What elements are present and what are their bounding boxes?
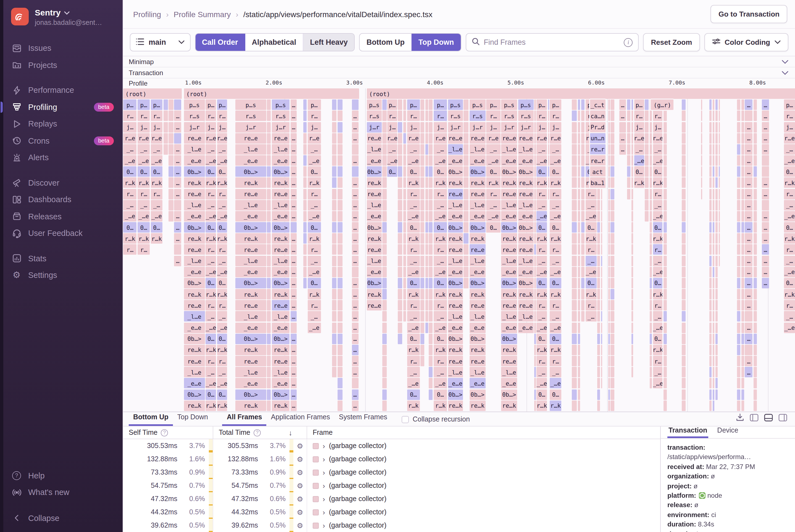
minimap-section-header[interactable]: Minimap bbox=[123, 56, 795, 68]
flame-cell[interactable] bbox=[572, 166, 577, 177]
flame-cell[interactable] bbox=[645, 144, 649, 155]
flame-cell[interactable]: 0… bbox=[537, 222, 547, 232]
flame-cell[interactable]: _…e bbox=[585, 267, 597, 277]
flame-cell[interactable] bbox=[709, 267, 712, 277]
flame-cell[interactable]: re…e bbox=[518, 133, 533, 144]
flame-cell[interactable]: 0b…> bbox=[272, 166, 289, 177]
flame-cell[interactable]: 0… bbox=[206, 389, 216, 400]
flame-cell[interactable]: _…e bbox=[407, 267, 420, 277]
flame-cell[interactable] bbox=[663, 111, 667, 121]
flame-cell[interactable] bbox=[164, 144, 168, 155]
flame-cell[interactable]: r…e bbox=[550, 133, 561, 144]
flame-cell[interactable]: _l…e bbox=[448, 200, 463, 210]
flame-cell[interactable] bbox=[741, 255, 744, 266]
flame-cell[interactable]: p… bbox=[217, 99, 227, 110]
flame-cell[interactable]: _… bbox=[550, 144, 561, 155]
flame-cell[interactable] bbox=[303, 278, 307, 288]
flame-cell[interactable] bbox=[581, 222, 585, 232]
flame-cell[interactable] bbox=[741, 244, 744, 255]
flame-cell[interactable]: … bbox=[619, 99, 626, 110]
self-time-header[interactable]: Self Time? bbox=[123, 426, 213, 439]
flame-cell[interactable] bbox=[382, 200, 386, 210]
layout-right-icon[interactable] bbox=[778, 414, 787, 423]
flame-cell[interactable] bbox=[701, 133, 702, 144]
flame-cell[interactable]: … bbox=[352, 278, 358, 288]
flame-cell[interactable] bbox=[429, 144, 433, 155]
flame-cell[interactable] bbox=[754, 111, 757, 121]
flame-cell[interactable] bbox=[169, 111, 173, 121]
flame-cell[interactable] bbox=[737, 378, 740, 388]
flame-cell[interactable] bbox=[598, 345, 600, 355]
flame-cell[interactable] bbox=[718, 189, 720, 199]
flame-cell[interactable] bbox=[610, 255, 614, 266]
flame-cell[interactable] bbox=[548, 133, 549, 144]
flame-cell[interactable] bbox=[649, 334, 652, 344]
flame-cell[interactable]: r…k bbox=[206, 345, 216, 355]
flame-cell[interactable]: … bbox=[352, 244, 358, 255]
flame-cell[interactable] bbox=[709, 244, 712, 255]
flame-cell[interactable]: … bbox=[745, 99, 753, 110]
flame-cell[interactable]: j… bbox=[550, 122, 561, 132]
flame-cell[interactable] bbox=[608, 122, 610, 132]
flame-cell[interactable] bbox=[754, 155, 757, 166]
flame-cell[interactable]: _l…e bbox=[272, 144, 289, 155]
flame-cell[interactable] bbox=[598, 200, 600, 210]
flame-cell[interactable]: 0b…> bbox=[470, 389, 486, 400]
flame-cell[interactable] bbox=[382, 133, 386, 144]
flame-cell[interactable] bbox=[627, 189, 630, 199]
flame-cell[interactable] bbox=[713, 133, 715, 144]
flame-cell[interactable]: 0… bbox=[217, 389, 227, 400]
flame-cell[interactable] bbox=[737, 356, 740, 366]
flame-cell[interactable] bbox=[534, 99, 536, 110]
flame-cell[interactable] bbox=[403, 177, 406, 188]
flame-cell[interactable] bbox=[581, 267, 585, 277]
flame-cell[interactable]: 0… bbox=[434, 166, 447, 177]
flame-cell[interactable] bbox=[382, 222, 386, 232]
flame-cell[interactable]: 0b…> bbox=[235, 278, 266, 288]
flame-cell[interactable] bbox=[429, 322, 433, 333]
flame-cell[interactable]: … bbox=[762, 177, 769, 188]
flame-cell[interactable] bbox=[737, 166, 740, 177]
flame-cell[interactable]: re…e bbox=[448, 189, 463, 199]
flame-cell[interactable] bbox=[649, 289, 652, 300]
flame-cell[interactable]: p… bbox=[307, 99, 321, 110]
flame-cell[interactable] bbox=[745, 345, 753, 355]
flame-cell[interactable] bbox=[581, 311, 585, 322]
flame-cell[interactable] bbox=[169, 189, 173, 199]
flame-cell[interactable]: p…s bbox=[501, 99, 517, 110]
flame-cell[interactable]: 0… bbox=[653, 166, 663, 177]
flame-cell[interactable]: … bbox=[174, 233, 181, 244]
flame-cell[interactable] bbox=[420, 177, 424, 188]
flame-cell[interactable]: j… bbox=[537, 122, 547, 132]
flame-cell[interactable] bbox=[754, 166, 757, 177]
flame-cell[interactable]: 0b…> bbox=[184, 222, 205, 232]
flame-cell[interactable]: r… bbox=[550, 244, 561, 255]
flame-cell[interactable] bbox=[610, 356, 614, 366]
flame-cell[interactable]: re…e bbox=[235, 133, 266, 144]
flame-cell[interactable]: _e…e bbox=[235, 322, 266, 333]
flame-cell[interactable] bbox=[578, 378, 580, 388]
flame-cell[interactable] bbox=[420, 356, 424, 366]
flame-cell[interactable] bbox=[337, 289, 342, 300]
flame-cell[interactable] bbox=[741, 267, 744, 277]
flame-cell[interactable]: 0… bbox=[217, 166, 227, 177]
flame-cell[interactable] bbox=[610, 133, 614, 144]
flame-cell[interactable] bbox=[337, 222, 342, 232]
flame-cell[interactable] bbox=[649, 278, 652, 288]
flame-cell[interactable] bbox=[403, 144, 406, 155]
flame-cell[interactable] bbox=[713, 144, 715, 155]
flame-cell[interactable] bbox=[572, 334, 577, 344]
flame-cell[interactable] bbox=[709, 222, 712, 232]
flame-cell[interactable]: p…s bbox=[272, 99, 289, 110]
flame-cell[interactable] bbox=[403, 244, 406, 255]
flame-cell[interactable] bbox=[572, 133, 577, 144]
expand-chevron-icon[interactable]: › bbox=[323, 508, 325, 516]
flame-cell[interactable] bbox=[663, 367, 667, 378]
flame-cell[interactable]: … bbox=[352, 200, 358, 210]
flame-cell[interactable] bbox=[737, 222, 740, 232]
flame-cell[interactable]: re…e bbox=[470, 244, 486, 255]
flame-cell[interactable]: r… bbox=[151, 111, 163, 121]
sidebar-item-releases[interactable]: Releases bbox=[0, 208, 122, 225]
flame-cell[interactable]: 0… bbox=[537, 278, 547, 288]
flame-cell[interactable]: re…k bbox=[235, 233, 266, 244]
